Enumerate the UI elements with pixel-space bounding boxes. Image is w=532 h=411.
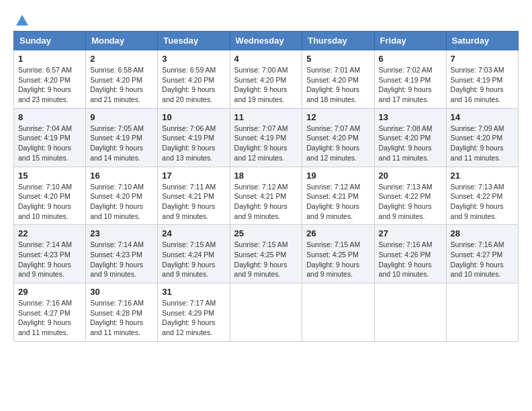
day-info: Sunrise: 7:07 AM Sunset: 4:20 PM Dayligh…	[306, 124, 369, 163]
day-number: 19	[306, 171, 369, 181]
calendar-cell: 26 Sunrise: 7:15 AM Sunset: 4:25 PM Dayl…	[302, 225, 374, 283]
calendar-header-tuesday: Tuesday	[158, 32, 230, 50]
calendar-cell: 14 Sunrise: 7:09 AM Sunset: 4:20 PM Dayl…	[446, 108, 518, 167]
calendar-header-sunday: Sunday	[14, 32, 86, 50]
day-number: 6	[379, 54, 442, 64]
day-info: Sunrise: 6:59 AM Sunset: 4:20 PM Dayligh…	[162, 65, 225, 105]
day-info: Sunrise: 7:10 AM Sunset: 4:20 PM Dayligh…	[18, 182, 81, 222]
day-number: 1	[18, 54, 81, 64]
day-info: Sunrise: 7:13 AM Sunset: 4:22 PM Dayligh…	[379, 182, 442, 222]
day-info: Sunrise: 7:15 AM Sunset: 4:25 PM Dayligh…	[234, 240, 298, 279]
day-info: Sunrise: 7:16 AM Sunset: 4:26 PM Dayligh…	[379, 240, 442, 279]
day-number: 25	[234, 228, 298, 238]
day-info: Sunrise: 7:00 AM Sunset: 4:20 PM Dayligh…	[234, 65, 298, 105]
calendar-cell: 15 Sunrise: 7:10 AM Sunset: 4:20 PM Dayl…	[14, 167, 86, 225]
day-info: Sunrise: 7:17 AM Sunset: 4:29 PM Dayligh…	[162, 298, 225, 338]
day-number: 5	[306, 54, 369, 64]
calendar-cell: 13 Sunrise: 7:08 AM Sunset: 4:20 PM Dayl…	[374, 108, 446, 167]
logo-icon	[15, 13, 30, 27]
day-number: 22	[18, 228, 81, 238]
calendar-cell: 23 Sunrise: 7:14 AM Sunset: 4:23 PM Dayl…	[86, 225, 158, 283]
day-number: 7	[451, 54, 514, 64]
calendar-cell: 9 Sunrise: 7:05 AM Sunset: 4:19 PM Dayli…	[86, 108, 158, 167]
calendar-cell: 27 Sunrise: 7:16 AM Sunset: 4:26 PM Dayl…	[374, 225, 446, 283]
day-number: 13	[379, 112, 442, 122]
day-info: Sunrise: 7:12 AM Sunset: 4:21 PM Dayligh…	[306, 182, 369, 222]
calendar-header-thursday: Thursday	[302, 32, 374, 50]
day-info: Sunrise: 7:14 AM Sunset: 4:23 PM Dayligh…	[90, 240, 153, 279]
day-info: Sunrise: 7:15 AM Sunset: 4:25 PM Dayligh…	[306, 240, 369, 279]
calendar-cell: 7 Sunrise: 7:03 AM Sunset: 4:19 PM Dayli…	[446, 50, 518, 109]
calendar-cell: 30 Sunrise: 7:16 AM Sunset: 4:28 PM Dayl…	[86, 283, 158, 342]
calendar-cell: 5 Sunrise: 7:01 AM Sunset: 4:20 PM Dayli…	[302, 50, 374, 109]
calendar-header-wednesday: Wednesday	[230, 32, 302, 50]
calendar-cell: 11 Sunrise: 7:07 AM Sunset: 4:19 PM Dayl…	[230, 108, 302, 167]
day-info: Sunrise: 7:04 AM Sunset: 4:19 PM Dayligh…	[18, 124, 81, 163]
calendar-cell: 25 Sunrise: 7:15 AM Sunset: 4:25 PM Dayl…	[230, 225, 302, 283]
calendar-header-row: SundayMondayTuesdayWednesdayThursdayFrid…	[14, 32, 519, 50]
logo	[13, 13, 30, 24]
calendar-week-row: 29 Sunrise: 7:16 AM Sunset: 4:27 PM Dayl…	[14, 283, 519, 342]
calendar-cell: 28 Sunrise: 7:16 AM Sunset: 4:27 PM Dayl…	[446, 225, 518, 283]
day-info: Sunrise: 7:12 AM Sunset: 4:21 PM Dayligh…	[234, 182, 298, 222]
day-number: 2	[90, 54, 153, 64]
day-number: 16	[90, 171, 153, 181]
calendar-cell: 21 Sunrise: 7:13 AM Sunset: 4:22 PM Dayl…	[446, 167, 518, 225]
day-number: 12	[306, 112, 369, 122]
page-header	[13, 13, 519, 24]
calendar-body: 1 Sunrise: 6:57 AM Sunset: 4:20 PM Dayli…	[14, 50, 519, 342]
day-info: Sunrise: 6:58 AM Sunset: 4:20 PM Dayligh…	[90, 65, 153, 105]
day-info: Sunrise: 7:05 AM Sunset: 4:19 PM Dayligh…	[90, 124, 153, 163]
day-info: Sunrise: 7:13 AM Sunset: 4:22 PM Dayligh…	[451, 182, 514, 222]
day-info: Sunrise: 7:14 AM Sunset: 4:23 PM Dayligh…	[18, 240, 81, 279]
day-info: Sunrise: 7:07 AM Sunset: 4:19 PM Dayligh…	[234, 124, 298, 163]
calendar-cell: 22 Sunrise: 7:14 AM Sunset: 4:23 PM Dayl…	[14, 225, 86, 283]
calendar-cell: 10 Sunrise: 7:06 AM Sunset: 4:19 PM Dayl…	[158, 108, 230, 167]
day-info: Sunrise: 7:08 AM Sunset: 4:20 PM Dayligh…	[379, 124, 442, 163]
day-info: Sunrise: 7:06 AM Sunset: 4:19 PM Dayligh…	[162, 124, 225, 163]
day-number: 26	[306, 228, 369, 238]
day-info: Sunrise: 7:10 AM Sunset: 4:20 PM Dayligh…	[90, 182, 153, 222]
calendar-week-row: 15 Sunrise: 7:10 AM Sunset: 4:20 PM Dayl…	[14, 167, 519, 225]
calendar-cell: 4 Sunrise: 7:00 AM Sunset: 4:20 PM Dayli…	[230, 50, 302, 109]
day-number: 23	[90, 228, 153, 238]
day-number: 31	[162, 287, 225, 297]
day-info: Sunrise: 7:03 AM Sunset: 4:19 PM Dayligh…	[451, 65, 514, 105]
day-number: 17	[162, 171, 225, 181]
calendar-cell: 20 Sunrise: 7:13 AM Sunset: 4:22 PM Dayl…	[374, 167, 446, 225]
calendar-week-row: 22 Sunrise: 7:14 AM Sunset: 4:23 PM Dayl…	[14, 225, 519, 283]
day-number: 27	[379, 228, 442, 238]
calendar-week-row: 1 Sunrise: 6:57 AM Sunset: 4:20 PM Dayli…	[14, 50, 519, 109]
calendar-cell: 6 Sunrise: 7:02 AM Sunset: 4:19 PM Dayli…	[374, 50, 446, 109]
calendar-cell: 3 Sunrise: 6:59 AM Sunset: 4:20 PM Dayli…	[158, 50, 230, 109]
calendar-cell: 12 Sunrise: 7:07 AM Sunset: 4:20 PM Dayl…	[302, 108, 374, 167]
calendar-header-friday: Friday	[374, 32, 446, 50]
day-number: 15	[18, 171, 81, 181]
day-number: 8	[18, 112, 81, 122]
day-info: Sunrise: 7:01 AM Sunset: 4:20 PM Dayligh…	[306, 65, 369, 105]
calendar-table: SundayMondayTuesdayWednesdayThursdayFrid…	[13, 31, 519, 342]
calendar-cell: 24 Sunrise: 7:15 AM Sunset: 4:24 PM Dayl…	[158, 225, 230, 283]
calendar-cell: 16 Sunrise: 7:10 AM Sunset: 4:20 PM Dayl…	[86, 167, 158, 225]
day-number: 18	[234, 171, 298, 181]
svg-marker-0	[16, 15, 28, 26]
day-number: 10	[162, 112, 225, 122]
day-info: Sunrise: 7:16 AM Sunset: 4:27 PM Dayligh…	[18, 298, 81, 338]
day-number: 3	[162, 54, 225, 64]
calendar-cell	[230, 283, 302, 342]
calendar-cell: 29 Sunrise: 7:16 AM Sunset: 4:27 PM Dayl…	[14, 283, 86, 342]
day-number: 21	[451, 171, 514, 181]
calendar-cell	[446, 283, 518, 342]
calendar-cell: 1 Sunrise: 6:57 AM Sunset: 4:20 PM Dayli…	[14, 50, 86, 109]
calendar-cell: 8 Sunrise: 7:04 AM Sunset: 4:19 PM Dayli…	[14, 108, 86, 167]
day-number: 11	[234, 112, 298, 122]
day-info: Sunrise: 7:09 AM Sunset: 4:20 PM Dayligh…	[451, 124, 514, 163]
day-info: Sunrise: 6:57 AM Sunset: 4:20 PM Dayligh…	[18, 65, 81, 105]
calendar-cell: 2 Sunrise: 6:58 AM Sunset: 4:20 PM Dayli…	[86, 50, 158, 109]
calendar-cell: 31 Sunrise: 7:17 AM Sunset: 4:29 PM Dayl…	[158, 283, 230, 342]
calendar-cell	[302, 283, 374, 342]
day-number: 28	[451, 228, 514, 238]
day-info: Sunrise: 7:11 AM Sunset: 4:21 PM Dayligh…	[162, 182, 225, 222]
day-number: 30	[90, 287, 153, 297]
calendar-week-row: 8 Sunrise: 7:04 AM Sunset: 4:19 PM Dayli…	[14, 108, 519, 167]
